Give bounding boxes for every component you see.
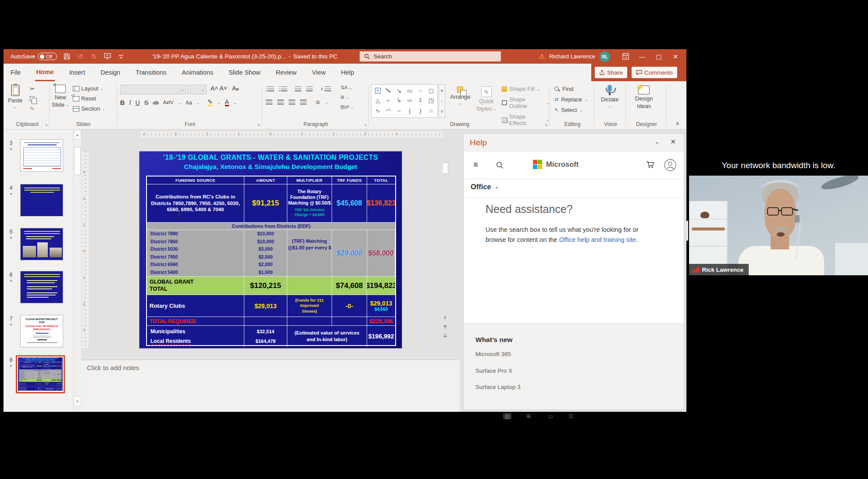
avatar[interactable]: RL: [600, 51, 610, 62]
account-name[interactable]: Richard Lawrence: [549, 53, 595, 60]
curve-shape-icon[interactable]: ～: [396, 107, 402, 115]
whats-new-item[interactable]: Microsoft 365: [475, 351, 511, 357]
animation-star-icon[interactable]: ★: [7, 364, 15, 368]
cut-icon[interactable]: ✂: [30, 86, 35, 92]
thumbnail-slide-3[interactable]: [20, 139, 63, 172]
thumbnail-slide-5[interactable]: [20, 228, 63, 260]
scribble-shape-icon[interactable]: ∿: [375, 108, 380, 114]
justify-icon[interactable]: [300, 100, 307, 104]
snip-rect-shape-icon[interactable]: ◳: [429, 97, 434, 104]
animation-star-icon[interactable]: ★: [7, 147, 15, 151]
font-color-icon[interactable]: A: [225, 99, 229, 106]
text-direction-icon[interactable]: ⇅A ⌄: [340, 85, 354, 90]
font-dialog-launcher-icon[interactable]: ↘: [257, 122, 260, 127]
search-input[interactable]: Search: [360, 51, 501, 61]
whats-new-item[interactable]: Surface Laptop 3: [475, 384, 521, 390]
notes-placeholder[interactable]: Click to add notes: [87, 364, 139, 371]
quick-styles-button[interactable]: ✎ Quick Styles⌄: [476, 86, 497, 112]
autosave-pill[interactable]: Off: [38, 53, 57, 60]
thumbnail-scrollbar[interactable]: ▲ ▼: [73, 130, 81, 412]
triangle-shape-icon[interactable]: △: [375, 97, 380, 104]
view-normal-icon[interactable]: ▥: [503, 413, 511, 419]
highlight-color-icon[interactable]: ✎: [207, 99, 213, 106]
shapes-row-down-icon[interactable]: ⌄: [440, 99, 443, 103]
drawing-dialog-launcher-icon[interactable]: ↘: [544, 122, 548, 127]
shape-fill-button[interactable]: Shape Fill⌄: [502, 86, 549, 92]
align-center-icon[interactable]: [277, 100, 284, 104]
shape-outline-button[interactable]: Shape Outline⌄: [502, 96, 549, 109]
align-left-icon[interactable]: [266, 100, 272, 104]
smartart-icon[interactable]: ▤⇄ ⌄: [340, 104, 354, 110]
arrow-shape-icon[interactable]: ↘: [396, 87, 401, 94]
tab-slideshow[interactable]: Slide Show: [228, 64, 261, 81]
bold-icon[interactable]: B: [120, 99, 125, 106]
tab-transitions[interactable]: Transitions: [135, 64, 167, 81]
thumbnail-slide-8-current[interactable]: '18-'19 GLOBAL GRANTS - WATER & SANITATI…: [16, 355, 65, 393]
decrease-font-icon[interactable]: A˅: [220, 85, 228, 94]
tab-view[interactable]: View: [311, 64, 326, 81]
columns-icon[interactable]: ▥: [316, 100, 320, 104]
new-slide-button[interactable]: New Slide⌄: [52, 85, 69, 108]
tab-home[interactable]: Home: [35, 64, 54, 81]
slide-canvas[interactable]: '18-'19 GLOBAL GRANTS - WATER & SANITATI…: [18, 357, 63, 391]
whats-new-item[interactable]: Surface Pro X: [475, 367, 512, 374]
thumbnail-slide-6[interactable]: [20, 271, 63, 303]
shapes-scroll[interactable]: ▲ ⌄ ⊽: [439, 84, 445, 118]
star-shape-icon[interactable]: ☆: [429, 108, 434, 114]
office-help-link[interactable]: Office help and training site: [559, 236, 636, 243]
close-button[interactable]: ✕: [667, 49, 684, 64]
slide-canvas[interactable]: '18-'19 GLOBAL GRANTS - WATER & SANITATI…: [139, 151, 402, 348]
textbox-shape-icon[interactable]: A: [375, 88, 381, 94]
elbow-connector-icon[interactable]: ⌐: [387, 97, 390, 104]
shapes-more-icon[interactable]: ⊽: [441, 110, 443, 114]
down-arrow-shape-icon[interactable]: ⇩: [418, 97, 423, 104]
account-icon[interactable]: [664, 158, 677, 173]
font-name-select[interactable]: ⌄: [120, 85, 186, 94]
animation-star-icon[interactable]: ★: [7, 279, 15, 283]
increase-indent-icon[interactable]: [306, 86, 313, 91]
comments-button[interactable]: Comments: [632, 67, 677, 78]
thumb-scroll-thumb[interactable]: [74, 147, 81, 175]
paragraph-dialog-launcher-icon[interactable]: ↘: [364, 122, 367, 127]
notes-pane[interactable]: Click to add notes: [81, 360, 460, 412]
decrease-indent-icon[interactable]: [295, 86, 301, 91]
redo-icon[interactable]: ↻: [90, 53, 98, 61]
format-painter-icon[interactable]: ✎: [30, 105, 35, 112]
minimize-button[interactable]: —: [634, 49, 650, 64]
align-text-icon[interactable]: ⊞ ⌄: [340, 94, 354, 100]
view-reading-icon[interactable]: ▭: [548, 413, 553, 419]
animation-star-icon[interactable]: ★: [7, 323, 15, 327]
change-case-icon[interactable]: Aa: [186, 100, 192, 106]
design-ideas-button[interactable]: Design Ideas: [635, 86, 653, 109]
align-right-icon[interactable]: [289, 100, 295, 104]
elbow-arrow-icon[interactable]: ↳: [396, 97, 401, 104]
cart-icon[interactable]: [646, 161, 655, 170]
find-button[interactable]: Find: [554, 86, 588, 92]
reset-button[interactable]: Reset: [73, 95, 105, 102]
tab-insert[interactable]: Insert: [68, 64, 86, 81]
line-spacing-icon[interactable]: ⇕: [320, 86, 331, 91]
strikethrough-icon[interactable]: ab: [153, 100, 158, 106]
numbering-icon[interactable]: [279, 86, 287, 91]
ribbon-display-options-icon[interactable]: [617, 49, 634, 64]
section-button[interactable]: Section⌄: [73, 105, 105, 112]
shapes-scroll-up-icon[interactable]: ▲: [440, 88, 444, 92]
replace-button[interactable]: ⇄Replace⌄: [554, 96, 588, 103]
bullets-icon[interactable]: [266, 86, 274, 91]
underline-icon[interactable]: U: [136, 99, 140, 106]
help-search-icon[interactable]: [496, 162, 504, 171]
tab-file[interactable]: File: [10, 64, 21, 81]
layout-button[interactable]: Layout⌄: [73, 85, 105, 92]
paste-button[interactable]: Paste ⌄: [8, 85, 22, 109]
office-dropdown[interactable]: Office ⌄: [471, 183, 499, 191]
thumb-scroll-down-icon[interactable]: ▼: [74, 396, 81, 406]
view-slide-sorter-icon[interactable]: ⊞: [526, 413, 531, 419]
start-slideshow-icon[interactable]: [104, 53, 111, 61]
share-button[interactable]: Share: [595, 67, 627, 78]
rounded-rect-shape-icon[interactable]: ▢: [429, 87, 434, 94]
clipboard-dialog-launcher-icon[interactable]: ↘: [44, 122, 48, 127]
thumbnail-slide-7[interactable]: CLEAN WATER PROJECT FOR CHAJALAJA, XETON…: [20, 315, 63, 347]
scroll-up-icon[interactable]: ∧: [442, 313, 449, 321]
undo-icon[interactable]: ↺: [76, 53, 84, 61]
tab-help[interactable]: Help: [340, 64, 355, 81]
